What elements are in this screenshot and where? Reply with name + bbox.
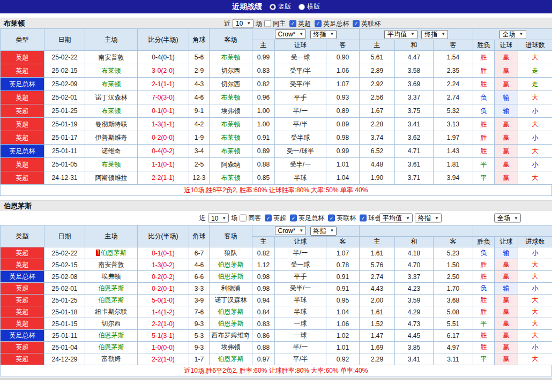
- goals-cell: 大: [518, 145, 552, 158]
- handicap-result-cell: 赢: [495, 271, 518, 283]
- away-team-cell[interactable]: 诺丁汉森林: [210, 295, 252, 306]
- league-checkbox-0[interactable]: ✓英超: [265, 214, 286, 223]
- home-team-cell[interactable]: 1伯恩茅斯: [85, 247, 138, 259]
- average-select[interactable]: 平均值▼: [384, 30, 417, 39]
- score-cell[interactable]: 0-1(0-1): [138, 247, 189, 259]
- odds-stage-select[interactable]: 终指▼: [310, 30, 337, 39]
- home-odds-cell: 0.97: [252, 353, 275, 365]
- odds-stage-select[interactable]: 终指▼: [310, 227, 337, 236]
- home-odds-cell: 0.91: [252, 131, 275, 145]
- home-team-cell[interactable]: 诺丁汉森林: [85, 91, 138, 104]
- match-count-select[interactable]: 10 ▼: [208, 214, 229, 223]
- home-team-cell[interactable]: 埃弗顿: [85, 271, 138, 283]
- match-type-cell: 英超: [1, 118, 44, 131]
- away-team-name: 西布罗姆维奇: [212, 331, 250, 339]
- away-team-cell[interactable]: 布莱顿: [210, 131, 252, 145]
- full-match-select[interactable]: 全场▼: [494, 214, 521, 223]
- away-team-cell[interactable]: 埃弗顿: [210, 104, 252, 118]
- average-stage-select[interactable]: 终指▼: [415, 214, 442, 223]
- home-team-cell[interactable]: 切尔西: [85, 318, 138, 330]
- score-cell[interactable]: 0-2(0-1): [138, 283, 189, 295]
- home-team-cell[interactable]: 纽卡斯尔联: [85, 306, 138, 318]
- score-cell[interactable]: 1-3(0-2): [138, 259, 189, 271]
- score-cell[interactable]: 1-3(1-1): [138, 118, 189, 131]
- score-cell[interactable]: 2-2(1-0): [138, 353, 189, 365]
- league-checkbox-2[interactable]: ✓英联杯: [353, 19, 381, 28]
- match-count-select[interactable]: 10 ▼: [233, 19, 253, 28]
- home-team-cell[interactable]: 伊普斯维奇: [85, 131, 138, 145]
- away-team-cell[interactable]: 阿森纳: [210, 158, 252, 171]
- score-cell[interactable]: 2-2(1-0): [138, 318, 189, 330]
- score-cell[interactable]: 0-4(0-2): [138, 145, 189, 158]
- away-team-cell[interactable]: 切尔西: [210, 64, 252, 78]
- away-team-cell[interactable]: 伯恩茅斯: [210, 318, 252, 330]
- avg-draw-cell: 4.47: [395, 51, 434, 64]
- away-team-name: 伯恩茅斯: [218, 355, 244, 363]
- home-team-cell[interactable]: 伯恩茅斯: [85, 342, 138, 353]
- away-team-cell[interactable]: 布莱顿: [210, 91, 252, 104]
- view-vertical-radio[interactable]: 竖版: [270, 2, 291, 11]
- away-team-cell[interactable]: 布莱顿: [210, 51, 252, 64]
- same-venue-checkbox[interactable]: 同客: [240, 214, 261, 223]
- league-checkbox-2[interactable]: ✓英联杯: [328, 214, 356, 223]
- score-cell[interactable]: 0-2(0-2): [138, 271, 189, 283]
- score-cell[interactable]: 3-0(2-0): [138, 64, 189, 78]
- score-cell[interactable]: 0-4(0-1): [138, 51, 189, 64]
- home-team-cell[interactable]: 南安普敦: [85, 51, 138, 64]
- away-team-cell[interactable]: 狼队: [210, 247, 252, 259]
- home-team-cell[interactable]: 南安普敦: [85, 259, 138, 271]
- away-team-cell[interactable]: 利物浦: [210, 283, 252, 295]
- score-cell[interactable]: 5-0(1-0): [138, 295, 189, 306]
- full-match-select[interactable]: 全场▼: [499, 30, 526, 39]
- away-team-cell[interactable]: 布莱顿: [210, 145, 252, 158]
- score-cell[interactable]: 1-1(0-1): [138, 158, 189, 171]
- away-team-cell[interactable]: 伯恩茅斯: [210, 306, 252, 318]
- league-checkbox-1[interactable]: ✓英足总杯: [315, 19, 349, 28]
- home-team-cell[interactable]: 阿斯顿维拉: [85, 171, 138, 185]
- score-cell[interactable]: 5-1(3-1): [138, 330, 189, 342]
- col-header-handicap: 让球: [275, 237, 326, 247]
- away-team-cell[interactable]: 布莱顿: [210, 171, 252, 185]
- view-horizontal-radio[interactable]: 横版: [299, 2, 320, 11]
- bookmaker-select[interactable]: Crow*▼: [275, 226, 307, 235]
- goals-cell: 大: [518, 51, 552, 64]
- score-cell[interactable]: 0-1(0-1): [138, 104, 189, 118]
- score-cell[interactable]: 7-0(3-0): [138, 91, 189, 104]
- home-team-cell[interactable]: 诺维奇: [85, 145, 138, 158]
- score-cell[interactable]: 2-1(1-1): [138, 78, 189, 91]
- away-team-cell[interactable]: 埃弗顿: [210, 342, 252, 353]
- score-cell[interactable]: 1-4(1-2): [138, 306, 189, 318]
- home-team-cell[interactable]: 布莱顿: [85, 64, 138, 78]
- home-team-cell[interactable]: 伯恩茅斯: [85, 283, 138, 295]
- score-cell[interactable]: 1-0(0-0): [138, 342, 189, 353]
- handicap-result-cell: 赢: [495, 131, 518, 145]
- home-team-cell[interactable]: 伯恩茅斯: [85, 330, 138, 342]
- match-row: 英超25-01-15切尔西2-2(1-0)9-3伯恩茅斯0.83一球1.061.…: [1, 318, 552, 330]
- away-team-cell[interactable]: 伯恩茅斯: [210, 271, 252, 283]
- select-value: 终指: [424, 30, 437, 39]
- away-team-cell[interactable]: 西布罗姆维奇: [210, 330, 252, 342]
- away-odds-cell: 0.99: [326, 145, 360, 158]
- home-team-cell[interactable]: 伯恩茅斯: [85, 295, 138, 306]
- same-venue-checkbox[interactable]: 同主: [264, 19, 286, 28]
- average-stage-select[interactable]: 终指▼: [421, 30, 448, 39]
- league-checkbox-1[interactable]: ✓英足总杯: [290, 214, 324, 223]
- handicap-cell: 平手: [275, 91, 326, 104]
- league-checkbox-0[interactable]: ✓英超: [289, 19, 311, 28]
- away-team-cell[interactable]: 伯恩茅斯: [210, 353, 252, 365]
- home-team-cell[interactable]: 布莱顿: [85, 104, 138, 118]
- home-team-cell[interactable]: 富勒姆: [85, 353, 138, 365]
- home-team-cell[interactable]: 曼彻斯特联: [85, 118, 138, 131]
- away-team-cell[interactable]: 布莱顿: [210, 118, 252, 131]
- handicap-result-cell: 赢: [495, 342, 518, 353]
- away-team-cell[interactable]: 切尔西: [210, 78, 252, 91]
- average-select[interactable]: 平均值▼: [379, 214, 413, 223]
- bookmaker-select[interactable]: Crow*▼: [275, 29, 307, 39]
- away-team-cell[interactable]: 伯恩茅斯: [210, 259, 252, 271]
- score-cell[interactable]: 2-2(1-1): [138, 171, 189, 185]
- avg-away-cell: 5.51: [434, 318, 473, 330]
- home-team-cell[interactable]: 布莱顿: [85, 158, 138, 171]
- home-team-cell[interactable]: 布莱顿: [85, 78, 138, 91]
- score-cell[interactable]: 0-2(0-0): [138, 131, 189, 145]
- away-team-name: 布莱顿: [221, 94, 241, 101]
